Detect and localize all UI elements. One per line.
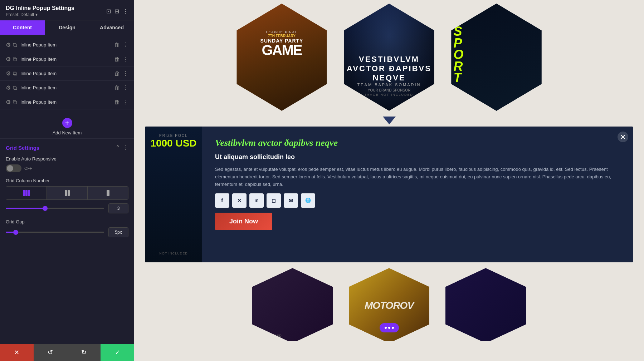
esport-title: E S P O R T [454, 14, 463, 84]
gear-icon[interactable]: ⚙ [6, 99, 11, 105]
hex-sunday-party: LEAGUE FINAL 7TH FEBRUARY SUNDAY PARTY G… [232, 4, 332, 111]
list-item: ⚙ ⧉ Inline Popup Item 🗑 ⋮ [0, 95, 134, 109]
list-item: ⚙ ⧉ Inline Popup Item 🗑 ⋮ [0, 52, 134, 66]
grid-column-setting: Grid Column Number [6, 178, 128, 213]
column-option-desktop[interactable] [6, 187, 47, 199]
column-option-tablet[interactable] [47, 187, 88, 199]
save-button[interactable]: ✓ [101, 344, 134, 361]
auto-responsive-toggle[interactable] [6, 164, 21, 172]
popup-close-button[interactable] [618, 132, 628, 142]
item-label: Inline Popup Item [20, 42, 111, 48]
columns-icon[interactable]: ⊟ [114, 8, 119, 15]
join-now-button[interactable]: Join Now [215, 213, 272, 230]
email-icon-button[interactable]: ✉ [284, 193, 298, 208]
tab-design[interactable]: Design [45, 20, 89, 35]
column-slider[interactable] [6, 208, 104, 209]
redo-button[interactable]: ↻ [67, 344, 101, 361]
more-options-icon[interactable]: ⋮ [123, 84, 128, 91]
panel-title: DG Inline Popup Settings [6, 5, 74, 11]
item-label: Inline Popup Item [20, 85, 111, 90]
item-right-icons: 🗑 ⋮ [114, 84, 128, 91]
left-panel: DG Inline Popup Settings Preset: Default… [0, 0, 134, 361]
popup-content: Vestibvlvm avctor ðapibvs neqve Ut aliqu… [202, 127, 633, 262]
svg-rect-2 [28, 190, 30, 196]
gameday-sponsor: YOUR BRAND SPONSOR [339, 88, 439, 92]
motorov-text: MOTOROV [365, 300, 414, 311]
svg-rect-4 [68, 190, 70, 196]
cancel-button[interactable]: ✕ [0, 344, 34, 361]
auto-responsive-setting: Enable Auto Responsive OFF [6, 156, 128, 172]
linkedin-icon-button[interactable]: in [249, 193, 264, 208]
gameday-text: Vestibvlvm avctor ðapibvs neqve TEAM BAP… [339, 55, 439, 97]
hex-esport: E S P O R T PRIZE POOL1000 USD 25 MAY [447, 4, 547, 111]
copy-icon[interactable]: ⧉ [13, 99, 17, 105]
add-item-button[interactable]: + Add New Item [0, 112, 134, 138]
more-icon[interactable]: ⋮ [123, 8, 128, 15]
grid-column-label: Grid Column Number [6, 178, 128, 183]
gameday-title: Vestibvlvm avctor ðapibvs neqve [339, 55, 439, 83]
delete-icon[interactable]: 🗑 [114, 56, 120, 63]
bottom-bar: ✕ ↺ ↻ ✓ [0, 344, 134, 361]
collapse-icon[interactable]: ^ [116, 144, 119, 151]
copy-icon[interactable]: ⧉ [13, 85, 17, 91]
copy-icon[interactable]: ⧉ [13, 42, 17, 48]
grid-settings-controls: ^ ⋮ [116, 144, 128, 151]
list-item: ⚙ ⧉ Inline Popup Item 🗑 ⋮ [0, 81, 134, 95]
price-amount: 1000 USD [145, 138, 202, 149]
panel-preset[interactable]: Preset: Default ▾ [6, 12, 74, 17]
more-options-icon[interactable]: ⋮ [123, 56, 128, 63]
delete-icon[interactable]: 🗑 [114, 99, 120, 105]
copy-icon[interactable]: ⧉ [13, 56, 17, 63]
grid-settings-header: Grid Settings ^ ⋮ [6, 144, 128, 151]
column-slider-row: 3 [6, 203, 128, 213]
gap-slider-row: 5px [6, 227, 128, 237]
instagram-icon-button[interactable]: ◻ [267, 193, 281, 208]
more-options-icon[interactable]: ⋮ [123, 41, 128, 48]
delete-icon[interactable]: 🗑 [114, 42, 120, 48]
popup-headline: Vestibvlvm avctor ðapibvs neqve [215, 137, 620, 148]
gear-icon[interactable]: ⚙ [6, 41, 11, 48]
toggle-container: OFF [6, 164, 128, 172]
gear-icon[interactable]: ⚙ [6, 84, 11, 91]
right-content: LEAGUE FINAL 7TH FEBRUARY SUNDAY PARTY G… [134, 0, 644, 361]
website-icon-button[interactable]: 🌐 [301, 193, 315, 208]
more-options-icon[interactable]: ⋮ [123, 70, 128, 77]
column-option-mobile[interactable] [88, 187, 128, 199]
items-list: ⚙ ⧉ Inline Popup Item 🗑 ⋮ ⚙ ⧉ Inline Pop… [0, 35, 134, 112]
panel-header-icons: ⊡ ⊟ ⋮ [106, 8, 128, 15]
gear-icon[interactable]: ⚙ [6, 56, 11, 63]
more-options-icon[interactable]: ⋮ [123, 99, 128, 105]
tab-advanced[interactable]: Advanced [89, 20, 134, 35]
copy-icon[interactable]: ⧉ [13, 70, 17, 77]
item-right-icons: 🗑 ⋮ [114, 56, 128, 63]
dots-indicator [380, 323, 399, 332]
item-label: Inline Popup Item [20, 71, 111, 76]
bottom-hex-3-bg [441, 268, 531, 341]
tab-content[interactable]: Content [0, 20, 45, 35]
gap-slider[interactable] [6, 232, 104, 233]
item-right-icons: 🗑 ⋮ [114, 70, 128, 77]
hex-gameday: Vestibvlvm avctor ðapibvs neqve TEAM BAP… [339, 4, 439, 111]
item-left-icons: ⚙ ⧉ [6, 99, 17, 105]
sunday-party-text: LEAGUE FINAL 7TH FEBRUARY SUNDAY PARTY G… [237, 30, 327, 56]
resize-icon[interactable]: ⊡ [106, 8, 111, 15]
item-right-icons: 🗑 ⋮ [114, 99, 128, 105]
gap-value[interactable]: 5px [108, 227, 128, 237]
delete-icon[interactable]: 🗑 [114, 70, 120, 77]
gear-icon[interactable]: ⚙ [6, 70, 11, 77]
undo-button[interactable]: ↺ [34, 344, 67, 361]
panel-header: DG Inline Popup Settings Preset: Default… [0, 0, 134, 20]
facebook-icon-button[interactable]: f [215, 193, 229, 208]
panel-tabs: Content Design Advanced [0, 20, 134, 35]
popup-image-side: PRIZE POOL 1000 USD NOT INCLUDED [145, 127, 202, 262]
column-value[interactable]: 3 [108, 203, 128, 213]
grid-more-icon[interactable]: ⋮ [123, 144, 128, 151]
grid-settings-section: Grid Settings ^ ⋮ Enable Auto Responsive… [0, 138, 134, 249]
add-icon: + [62, 118, 72, 128]
popup-overlay: PRIZE POOL 1000 USD NOT INCLUDED Vestibv… [145, 127, 633, 262]
prize-text: PRIZE POOL1000 USD [521, 11, 543, 21]
item-label: Inline Popup Item [20, 99, 111, 105]
twitter-icon-button[interactable]: ✕ [232, 193, 247, 208]
list-item: ⚙ ⧉ Inline Popup Item 🗑 ⋮ [0, 38, 134, 52]
delete-icon[interactable]: 🗑 [114, 85, 120, 91]
